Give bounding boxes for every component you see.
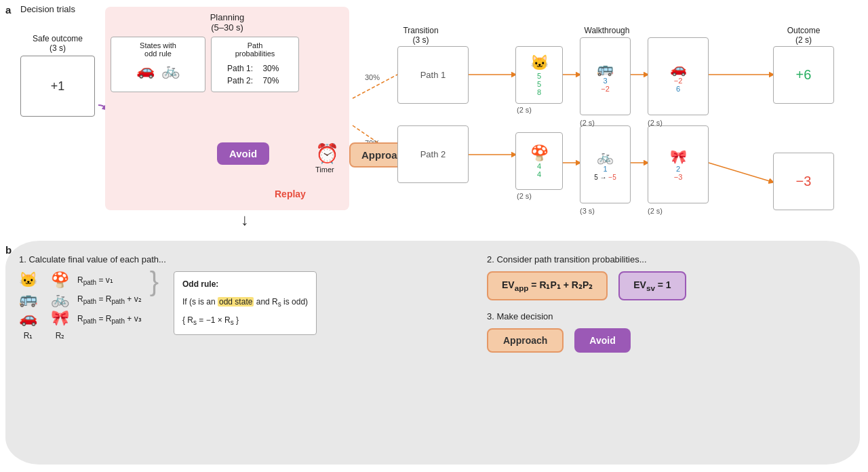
step1-values: 558 <box>537 72 541 96</box>
walkthrough-step2-box: 🚌 3 −2 <box>580 37 631 115</box>
mushroom-icon: 🍄 <box>530 144 549 162</box>
car-icon-b: 🚗 <box>19 309 37 327</box>
safe-outcome-value: +1 <box>51 79 65 94</box>
safe-outcome-panel: Safe outcome(3 s) +1 <box>20 34 95 117</box>
outcome2-box: −3 <box>773 153 834 210</box>
bowtie-icon: 🎀 <box>670 149 687 165</box>
path1-label: Path 1 <box>420 70 446 80</box>
bike-icon: 🚲 <box>161 62 180 79</box>
odd-rule-title: Odd rule: <box>182 277 308 292</box>
walkthrough-label: Walkthrough <box>573 26 641 35</box>
vehicle-icon: 🚌 <box>597 60 614 77</box>
time-step1: (2 s) <box>517 106 532 114</box>
formula1: Rpath = v₁ <box>77 271 142 290</box>
safe-outcome-label: Safe outcome(3 s) <box>20 34 95 53</box>
path1-prob-row: Path 1: 30% <box>226 63 284 74</box>
down-arrow: ↓ <box>241 210 249 229</box>
vehicle-icon-b: 🚌 <box>19 290 37 308</box>
timer-label: Timer <box>315 165 334 174</box>
step3-values: −2 6 <box>674 77 683 93</box>
planning-panel: Planning(5–30 s) States withodd rule 🚗 🚲… <box>105 7 349 210</box>
probs-title: Pathprobabilities <box>216 41 294 58</box>
time-step5: (3 s) <box>580 207 595 215</box>
icon-col-path2: 🍄 🚲 🎀 R₂ <box>51 271 69 340</box>
states-icons: 🚗 🚲 <box>115 62 201 79</box>
ev-sv-box: EVsv = 1 <box>618 271 686 300</box>
avoid-button-planning[interactable]: Avoid <box>217 142 269 165</box>
outcome1-value: +6 <box>796 67 812 83</box>
make-decision-label: 3. Make decision <box>487 311 846 321</box>
brace: } <box>150 268 159 295</box>
planning-inner: States withodd rule 🚗 🚲 Pathprobabilitie… <box>111 37 344 92</box>
bicycle-icon-b: 🚲 <box>51 290 69 308</box>
time-step2: (2 s) <box>580 119 595 127</box>
car-icon: 🚗 <box>136 62 155 79</box>
section-b-cloud: 1. Calculate final value of each path...… <box>5 241 860 465</box>
planning-title: Planning(5–30 s) <box>111 12 344 33</box>
section-a-label: a <box>5 4 11 16</box>
consider-label: 2. Consider path transition probabilitie… <box>487 254 846 264</box>
walkthrough-step4-box: 🍄 44 <box>515 132 563 190</box>
walkthrough-step1-box: 🐱 558 <box>515 46 563 104</box>
calc-label: 1. Calculate final value of each path... <box>19 254 473 264</box>
odd-state-highlight: odd state <box>218 297 254 307</box>
odd-rule-text1: If (s is an odd state and Rs is odd) <box>182 295 308 311</box>
safe-outcome-box: +1 <box>20 56 95 117</box>
time-step4: (2 s) <box>517 192 532 200</box>
path2-label: Path 2 <box>420 149 446 159</box>
probs-table: Path 1: 30% Path 2: 70% <box>224 62 285 87</box>
decision-buttons: Approach Avoid <box>487 328 846 353</box>
walkthrough-step6-box: 🎀 2 −3 <box>648 125 709 203</box>
probs-box: Pathprobabilities Path 1: 30% Path 2: 70… <box>211 37 299 92</box>
walkthrough-step5-box: 🚲 1 5 → −5 <box>580 125 631 203</box>
walkthrough-step3-box: 🚗 −2 6 <box>648 37 709 115</box>
cat-icon: 🐱 <box>530 54 549 72</box>
path1-prob-label: Path 1: <box>226 63 260 74</box>
states-box: States withodd rule 🚗 🚲 <box>111 37 205 92</box>
cat-icon-b: 🐱 <box>19 271 37 289</box>
icon-col-path1: 🐱 🚌 🚗 R₁ <box>19 271 37 340</box>
car2-icon: 🚗 <box>670 60 687 77</box>
replay-label: Replay <box>275 189 306 199</box>
bicycle-icon: 🚲 <box>597 149 614 165</box>
main-container: a Decision trials Safe outcome(3 s) +1 P… <box>0 0 868 472</box>
avoid-button-b[interactable]: Avoid <box>574 328 630 353</box>
outcome1-box: +6 <box>773 46 834 104</box>
bowtie-icon-b: 🎀 <box>51 309 69 327</box>
path2-prob-row: Path 2: 70% <box>226 75 284 86</box>
path2-prob-label: Path 2: <box>226 75 260 86</box>
ev-app-box: EVapp = R₁P₁ + R₂P₂ <box>487 271 608 300</box>
mushroom-icon-b: 🍄 <box>51 271 69 289</box>
r2-label: R₂ <box>56 331 65 340</box>
b-right: 2. Consider path transition probabilitie… <box>487 254 846 353</box>
path2-prob-value: 70% <box>261 75 284 86</box>
timer-icon: ⏰ <box>315 142 339 165</box>
path2-transition-box: Path 2 <box>397 125 469 183</box>
outcome2-value: −3 <box>796 174 812 189</box>
odd-rule-text2: { Rs = −1 × Rs } <box>182 313 308 329</box>
b-left: 1. Calculate final value of each path...… <box>19 254 473 340</box>
r1-label: R₁ <box>24 331 33 340</box>
formulas: 🐱 🚌 🚗 R₁ 🍄 🚲 🎀 R₂ Rpath = v₁ R <box>19 271 473 340</box>
formula3: Rpath = Rpath + v₃ <box>77 310 142 329</box>
step4-values: 44 <box>537 162 541 178</box>
time-step6: (2 s) <box>648 207 663 215</box>
formula-col: Rpath = v₁ Rpath = Rpath + v₂ Rpath = Rp… <box>77 271 142 329</box>
odd-rule-box: Odd rule: If (s is an odd state and Rs i… <box>174 271 317 335</box>
outcome-label: Outcome(2 s) <box>773 26 834 45</box>
formula2: Rpath = Rpath + v₂ <box>77 290 142 309</box>
time-step3: (2 s) <box>648 119 663 127</box>
approach-button-b[interactable]: Approach <box>487 328 564 353</box>
ev-row: EVapp = R₁P₁ + R₂P₂ EVsv = 1 <box>487 271 846 300</box>
step6-values: 2 −3 <box>674 165 683 181</box>
decision-trials-label: Decision trials <box>20 4 75 14</box>
path1-transition-box: Path 1 <box>397 46 469 104</box>
path1-prob-value: 30% <box>261 63 284 74</box>
step5-values: 1 5 → −5 <box>594 165 616 181</box>
transition-label: Transition(3 s) <box>385 26 456 45</box>
states-title: States withodd rule <box>115 41 201 58</box>
step2-values: 3 −2 <box>601 77 610 93</box>
icons-rows: 🐱 🚌 🚗 R₁ 🍄 🚲 🎀 R₂ <box>19 271 69 340</box>
